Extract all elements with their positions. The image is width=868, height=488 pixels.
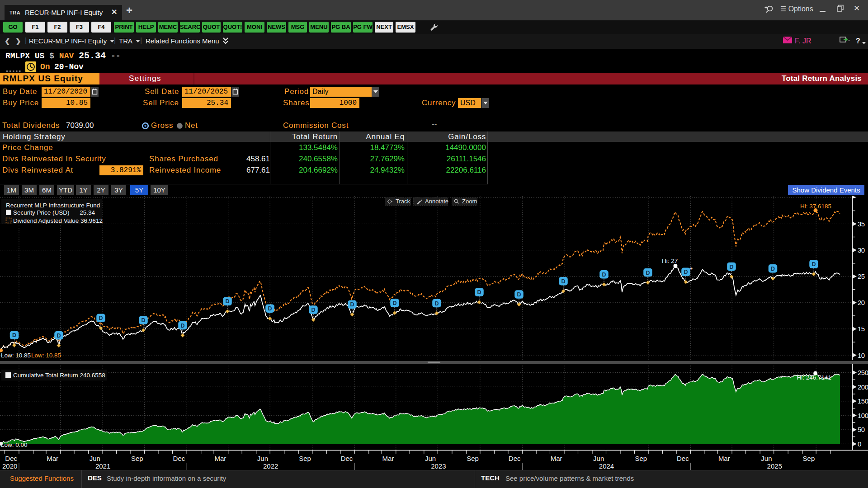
svg-text:+: +: [689, 266, 693, 272]
svg-text:250: 250: [858, 369, 868, 376]
svg-text:D: D: [12, 332, 16, 338]
svg-text:Mar: Mar: [551, 455, 562, 462]
svg-text:Mar: Mar: [718, 455, 730, 462]
svg-text:D: D: [311, 307, 315, 313]
svg-text:Jun: Jun: [257, 455, 268, 462]
svg-text:Jun: Jun: [761, 455, 772, 462]
svg-text:Low: 0.00: Low: 0.00: [1, 441, 28, 448]
svg-text:D: D: [268, 305, 272, 312]
svg-text:Jun: Jun: [593, 455, 604, 462]
svg-text:2025: 2025: [767, 462, 782, 470]
svg-text:D: D: [811, 261, 816, 267]
svg-text:Sep: Sep: [131, 455, 143, 462]
svg-text:200: 200: [858, 383, 868, 391]
svg-text:D: D: [646, 270, 650, 276]
svg-text:Mar: Mar: [214, 455, 226, 462]
svg-text:35: 35: [858, 220, 865, 228]
svg-text:Jun: Jun: [425, 455, 436, 462]
svg-text:Sep: Sep: [299, 455, 311, 462]
svg-text:Dec: Dec: [173, 455, 185, 462]
svg-text:D: D: [434, 300, 439, 307]
svg-text:Sep: Sep: [803, 455, 815, 462]
svg-text:2024: 2024: [599, 462, 614, 470]
svg-text:Security Price (USD): Security Price (USD): [13, 209, 70, 216]
svg-text:0: 0: [858, 440, 861, 448]
svg-text:D: D: [141, 317, 145, 324]
svg-text:Dec: Dec: [509, 455, 521, 462]
svg-text:10: 10: [858, 352, 865, 359]
svg-text:Sep: Sep: [467, 455, 479, 462]
svg-text:50: 50: [858, 426, 865, 433]
svg-text:30: 30: [858, 246, 865, 254]
svg-text:2023: 2023: [431, 462, 446, 470]
svg-text:Zoom: Zoom: [462, 198, 477, 205]
svg-text:Annotate: Annotate: [425, 198, 448, 205]
svg-text:2022: 2022: [263, 462, 278, 470]
svg-text:Dec: Dec: [341, 455, 353, 462]
svg-text:D: D: [729, 264, 733, 270]
svg-text:2020: 2020: [2, 462, 17, 470]
svg-text:D: D: [561, 278, 565, 285]
svg-text:2021: 2021: [95, 462, 110, 470]
svg-text:D: D: [477, 289, 481, 296]
svg-text:D: D: [225, 298, 229, 305]
svg-text:D: D: [771, 266, 775, 272]
svg-text:D: D: [684, 269, 688, 275]
svg-text:Hi: 246.7141: Hi: 246.7141: [797, 374, 831, 381]
svg-text:Sep: Sep: [635, 455, 647, 462]
svg-text:25.34: 25.34: [80, 209, 95, 216]
svg-text:25: 25: [858, 272, 865, 280]
svg-text:20: 20: [858, 299, 865, 306]
svg-text:Dividend Adjusted Value 36.961: Dividend Adjusted Value 36.9612: [13, 217, 103, 224]
svg-text:Dec: Dec: [677, 455, 689, 462]
svg-text:Mar: Mar: [47, 455, 58, 462]
svg-text:D: D: [99, 315, 103, 321]
svg-text:D: D: [350, 301, 354, 308]
svg-text:150: 150: [858, 397, 868, 405]
svg-text:100: 100: [858, 412, 868, 419]
svg-text:D: D: [57, 333, 61, 339]
svg-text:D: D: [602, 272, 606, 278]
svg-text:Cumulative Total Return 240.65: Cumulative Total Return 240.6558: [13, 372, 105, 379]
svg-text:Mar: Mar: [382, 455, 394, 462]
svg-text:Low: 10.85: Low: 10.85: [31, 352, 61, 359]
svg-text:Jun: Jun: [90, 455, 100, 462]
svg-text:D: D: [180, 323, 184, 329]
svg-text:Recurrent MLP Infrastructure F: Recurrent MLP Infrastructure Fund: [6, 202, 100, 209]
svg-text:Track: Track: [396, 198, 410, 205]
svg-text:Hi: 27: Hi: 27: [662, 258, 678, 264]
svg-text:D: D: [392, 300, 396, 306]
svg-text:Low: 10.85: Low: 10.85: [1, 352, 31, 359]
svg-text:Dec: Dec: [5, 455, 17, 462]
svg-text:15: 15: [858, 325, 865, 333]
svg-text:D: D: [517, 291, 521, 298]
